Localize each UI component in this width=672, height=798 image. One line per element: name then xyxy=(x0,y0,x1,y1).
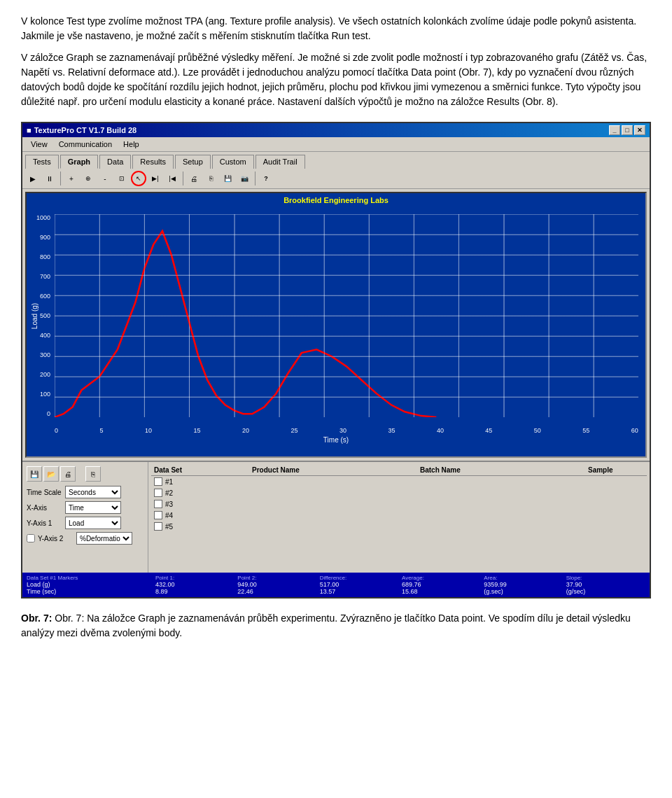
dataset-row-3: #3 xyxy=(151,498,647,510)
dataset-4-id: #4 xyxy=(165,512,173,519)
dataset-3-checkbox[interactable] xyxy=(154,500,162,508)
zoom-out-button[interactable]: - xyxy=(97,171,113,186)
chart-svg xyxy=(55,214,638,417)
save-small-button[interactable]: 💾 xyxy=(27,466,42,482)
header-sample: Sample xyxy=(588,466,644,474)
chart-title: Brookfield Engineering Labs xyxy=(27,193,645,207)
dataset-row-2: #2 xyxy=(151,487,647,498)
dataset-row-1: #1 xyxy=(151,476,647,487)
app-window: ■ TexturePro CT V1.7 Build 28 _ □ ✕ View… xyxy=(21,122,651,598)
menu-help[interactable]: Help xyxy=(118,139,145,150)
status-slope: Slope: 37.90 (g/sec) xyxy=(566,575,645,595)
print-small-button[interactable]: 🖨 xyxy=(60,466,76,482)
y-axis2-checkbox[interactable] xyxy=(27,534,35,542)
y-axis1-select[interactable]: Load Force xyxy=(65,517,121,529)
dataset-4-checkbox[interactable] xyxy=(154,511,162,519)
graph-toolbar: ▶ ⏸ + ⊕ - ⊡ ↖ ▶| |◀ 🖨 ⎘ 💾 📷 ? xyxy=(22,169,650,189)
status-point1: Point 1: 432.00 8.89 xyxy=(155,575,234,595)
skip-forward-button[interactable]: ▶| xyxy=(148,171,163,186)
chart-inner: Load (g) 1000 900 800 700 600 500 400 30… xyxy=(27,207,645,445)
x-axis-row: X-Axis Time Distance xyxy=(27,501,144,514)
menu-view[interactable]: View xyxy=(25,139,53,150)
dataset-1-id: #1 xyxy=(165,478,173,486)
header-dataset: Data Set xyxy=(154,466,252,474)
bottom-panel: 💾 📂 🖨 ⎘ Time Scale Seconds Minutes X-Axi… xyxy=(22,461,650,573)
print-button[interactable]: 🖨 xyxy=(186,171,202,186)
menu-communication[interactable]: Communication xyxy=(53,139,118,150)
time-scale-select[interactable]: Seconds Minutes xyxy=(65,486,121,498)
camera-button[interactable]: 📷 xyxy=(237,171,252,186)
dataset-2-id: #2 xyxy=(165,489,173,497)
dataset-3-id: #3 xyxy=(165,500,173,508)
dataset-row-5: #5 xyxy=(151,521,647,532)
zoom-fit-button[interactable]: ⊕ xyxy=(80,171,96,186)
pause-button[interactable]: ⏸ xyxy=(42,171,57,186)
tabs-bar: Tests Graph Data Results Setup Custom Au… xyxy=(22,152,650,169)
status-section-label: Data Set #1 Markers Load (g) Time (sec) xyxy=(27,575,153,595)
chart-plot-area xyxy=(55,214,638,417)
time-scale-row: Time Scale Seconds Minutes xyxy=(27,486,144,498)
x-axis-select[interactable]: Time Distance xyxy=(65,501,121,514)
controls-panel: 💾 📂 🖨 ⎘ Time Scale Seconds Minutes X-Axi… xyxy=(22,462,148,573)
time-scale-label: Time Scale xyxy=(27,489,65,496)
dataset-header: Data Set Product Name Batch Name Sample xyxy=(151,465,647,476)
dataset-2-checkbox[interactable] xyxy=(154,489,162,497)
copy-small-button[interactable]: ⎘ xyxy=(85,466,101,482)
y-axis2-row: Y-Axis 2 %Deformation Strain xyxy=(27,532,144,545)
play-button[interactable]: ▶ xyxy=(25,171,41,186)
close-button[interactable]: ✕ xyxy=(634,125,645,135)
dataset-5-checkbox[interactable] xyxy=(154,522,162,531)
dataset-panel: Data Set Product Name Batch Name Sample … xyxy=(148,462,650,573)
title-bar: ■ TexturePro CT V1.7 Build 28 _ □ ✕ xyxy=(22,123,650,137)
status-bar: Data Set #1 Markers Load (g) Time (sec) … xyxy=(22,573,650,597)
x-axis-control-label: X-Axis xyxy=(27,504,65,512)
minimize-button[interactable]: _ xyxy=(609,125,620,135)
tab-tests[interactable]: Tests xyxy=(25,155,59,169)
status-area: Area: 9359.99 (g.sec) xyxy=(484,575,563,595)
copy-button[interactable]: ⎘ xyxy=(203,171,218,186)
tab-setup[interactable]: Setup xyxy=(175,155,211,169)
x-axis-ticks: 0 5 10 15 20 25 30 35 40 45 50 55 60 xyxy=(55,427,638,434)
zoom-in-button[interactable]: + xyxy=(64,171,79,186)
data-point-button[interactable]: ↖ xyxy=(131,171,146,186)
menu-bar: View Communication Help xyxy=(22,137,650,152)
tab-data[interactable]: Data xyxy=(99,155,131,169)
tab-audit-trail[interactable]: Audit Trail xyxy=(255,155,305,169)
y-axis-ticks: 1000 900 800 700 600 500 400 300 200 100… xyxy=(27,214,53,417)
header-product: Product Name xyxy=(252,466,420,474)
tab-results[interactable]: Results xyxy=(132,155,174,169)
header-batch: Batch Name xyxy=(420,466,588,474)
chart-area: Brookfield Engineering Labs Load (g) 100… xyxy=(25,192,647,458)
paragraph-2: V záložce Graph se zaznamenávají průběžn… xyxy=(21,50,651,109)
y-axis2-select[interactable]: %Deformation Strain xyxy=(76,532,132,545)
zoom-box-button[interactable]: ⊡ xyxy=(114,171,130,186)
dataset-1-checkbox[interactable] xyxy=(154,477,162,486)
dataset-row-4: #4 xyxy=(151,510,647,521)
x-axis-label: Time (s) xyxy=(323,436,349,444)
app-title: TexturePro CT V1.7 Build 28 xyxy=(34,126,137,134)
help-button[interactable]: ? xyxy=(258,171,274,186)
maximize-button[interactable]: □ xyxy=(622,125,633,135)
controls-toolbar: 💾 📂 🖨 ⎘ xyxy=(27,466,144,482)
y-axis1-row: Y-Axis 1 Load Force xyxy=(27,517,144,529)
status-average: Average: 689.76 15.68 xyxy=(402,575,481,595)
open-small-button[interactable]: 📂 xyxy=(43,466,59,482)
main-content: Brookfield Engineering Labs Load (g) 100… xyxy=(22,189,650,461)
tab-graph[interactable]: Graph xyxy=(60,155,98,169)
app-icon: ■ xyxy=(27,126,31,134)
skip-back-button[interactable]: |◀ xyxy=(164,171,180,186)
save-button[interactable]: 💾 xyxy=(220,171,235,186)
tab-custom[interactable]: Custom xyxy=(212,155,254,169)
y-axis1-label: Y-Axis 1 xyxy=(27,519,65,527)
y-axis2-label: Y-Axis 2 xyxy=(38,535,76,542)
paragraph-1: V kolonce Test type zvolíme možnost TPA … xyxy=(21,14,651,43)
figure-caption: Obr. 7: Obr. 7: Na záložce Graph je zazn… xyxy=(21,611,651,640)
status-difference: Difference: 517.00 13.57 xyxy=(320,575,399,595)
status-point2: Point 2: 949.00 22.46 xyxy=(237,575,316,595)
dataset-5-id: #5 xyxy=(165,523,173,531)
